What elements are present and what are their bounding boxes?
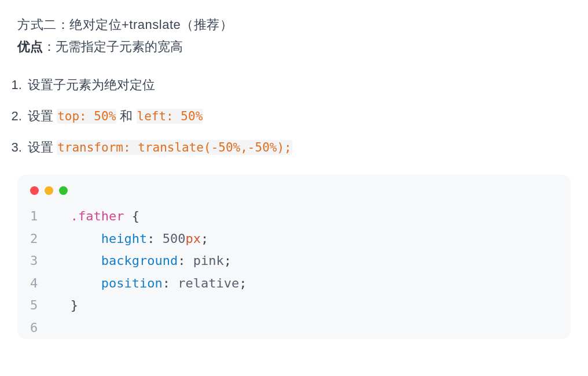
code-card: 1 .father { 2 height: 500px; 3 backgroun… [17, 175, 571, 339]
step-1: 设置子元素为绝对定位 [25, 76, 571, 94]
inline-code-left: left: 50% [137, 109, 204, 124]
css-value: relative [178, 272, 239, 295]
code-block: 1 .father { 2 height: 500px; 3 backgroun… [30, 205, 558, 339]
advantages-text: ：无需指定子元素的宽高 [43, 39, 183, 54]
code-line-1: 1 .father { [30, 205, 558, 228]
code-line-2: 2 height: 500px; [30, 228, 558, 250]
css-selector: .father [71, 205, 124, 228]
traffic-red-icon [30, 186, 39, 195]
css-property: position [101, 272, 163, 295]
step-3: 设置 transform: translate(-50%,-50%); [25, 139, 571, 156]
code-line-6: 6 [30, 317, 558, 340]
advantages-label: 优点 [17, 39, 43, 54]
method-heading: 方式二：绝对定位+translate（推荐） [17, 16, 571, 34]
inline-code-top: top: 50% [57, 109, 116, 124]
line-number: 6 [30, 317, 47, 340]
code-line-5: 5 } [30, 294, 558, 317]
line-number: 4 [30, 272, 47, 295]
css-property: height [101, 228, 147, 250]
code-line-4: 4 position: relative; [30, 272, 558, 295]
css-value: pink [193, 250, 224, 272]
traffic-green-icon [59, 186, 68, 195]
css-brace-close: } [71, 294, 78, 317]
css-unit: px [185, 228, 201, 250]
line-number: 1 [30, 205, 47, 228]
css-property: background [101, 250, 178, 272]
css-number: 500 [163, 228, 186, 250]
window-traffic-lights [30, 186, 558, 195]
line-number: 3 [30, 250, 47, 272]
inline-code-transform: transform: translate(-50%,-50%); [57, 140, 292, 155]
advantages-line: 优点：无需指定子元素的宽高 [17, 38, 571, 56]
code-line-3: 3 background: pink; [30, 250, 558, 272]
line-number: 2 [30, 228, 47, 250]
line-number: 5 [30, 294, 47, 317]
css-brace-open: { [132, 205, 139, 228]
step-2: 设置 top: 50% 和 left: 50% [25, 108, 571, 125]
steps-list: 设置子元素为绝对定位 设置 top: 50% 和 left: 50% 设置 tr… [25, 76, 571, 156]
traffic-yellow-icon [45, 186, 53, 195]
